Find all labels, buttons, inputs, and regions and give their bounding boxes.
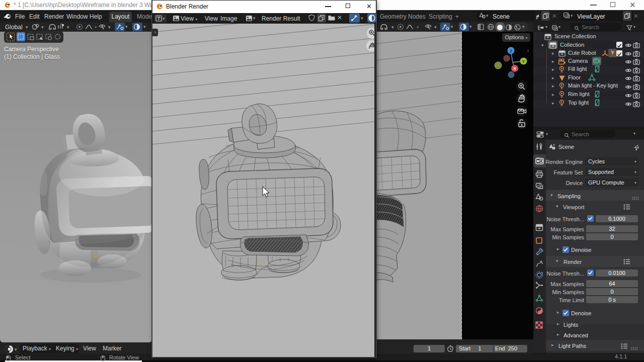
- svg-text:Z: Z: [510, 49, 512, 53]
- svg-text:▾: ▾: [163, 16, 165, 21]
- svg-text:▾: ▾: [67, 25, 69, 30]
- svg-text:▾: ▾: [391, 25, 394, 30]
- svg-text:▾: ▾: [95, 25, 97, 30]
- svg-text:▾: ▾: [108, 25, 111, 30]
- svg-text:▾: ▾: [434, 25, 437, 30]
- svg-text:Y: Y: [522, 59, 525, 64]
- svg-text:X: X: [513, 66, 516, 71]
- svg-text:▾: ▾: [417, 25, 419, 30]
- svg-text:▾: ▾: [41, 25, 44, 30]
